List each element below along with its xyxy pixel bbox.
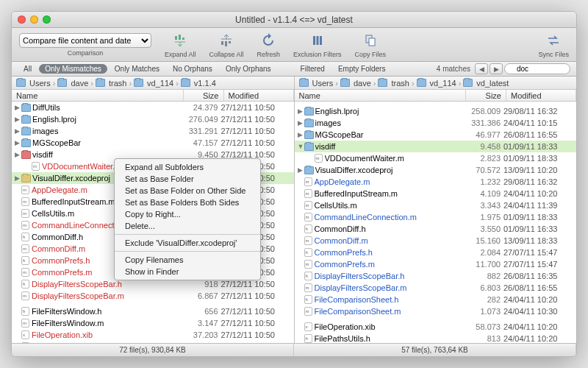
- breadcrumb-segment[interactable]: dave: [340, 79, 371, 88]
- col-modified[interactable]: Modified: [506, 90, 576, 101]
- context-menu-item[interactable]: Exclude 'VisualDiffer.xcodeproj': [115, 237, 260, 249]
- breadcrumb-segment[interactable]: vd_114: [417, 79, 456, 88]
- right-breadcrumb[interactable]: Users›dave›trash›vd_114›vd_latest: [295, 77, 577, 90]
- disclosure-icon[interactable]: ▶: [15, 174, 21, 182]
- file-row[interactable]: CommonPrefs.h2.08427/07/11 15:47: [295, 247, 577, 258]
- disclosure-icon[interactable]: ▶: [298, 107, 304, 115]
- row-modified: 24/04/11 10:15: [503, 118, 573, 127]
- breadcrumb-segment[interactable]: vd_latest: [463, 79, 509, 88]
- copy-files-button[interactable]: Copy Files: [355, 32, 387, 58]
- row-modified: 27/07/11 15:47: [503, 260, 573, 269]
- context-menu-item[interactable]: Set as Base Folder: [115, 173, 260, 185]
- folder-row[interactable]: ▶MGScopeBar46.97726/08/11 16:55: [295, 129, 577, 141]
- file-row[interactable]: DisplayFiltersScopeBar.m6.80326/08/11 16…: [295, 282, 577, 294]
- context-menu-item[interactable]: Show in Finder: [115, 266, 260, 277]
- file-row[interactable]: FileComparisonSheet.h28224/04/11 10:20: [295, 294, 577, 305]
- file-row[interactable]: FileFiltersWindow.h65627/12/11 10:50: [12, 305, 294, 317]
- row-name: CommonDiff.h: [315, 224, 464, 233]
- disclosure-icon[interactable]: ▼: [298, 143, 304, 150]
- file-row[interactable]: CommandLineConnection.m1.97501/09/11 18:…: [295, 211, 577, 223]
- breadcrumb-segment[interactable]: dave: [57, 79, 88, 88]
- col-modified[interactable]: Modified: [224, 90, 294, 101]
- file-row[interactable]: FileComparisonSheet.m1.07324/04/11 10:30: [295, 305, 577, 317]
- filter-only-matches[interactable]: Only Matches: [109, 64, 165, 74]
- file-row[interactable]: CellsUtils.m3.34324/04/11 11:39: [295, 199, 577, 211]
- folder-row[interactable]: ▼visdiff9.45801/09/11 18:33: [295, 141, 577, 152]
- file-row[interactable]: FilePathsUtils.h81324/04/11 10:20: [295, 333, 577, 343]
- disclosure-icon[interactable]: ▶: [15, 139, 21, 146]
- disclosure-icon[interactable]: ▶: [298, 119, 304, 127]
- col-size[interactable]: Size: [184, 90, 224, 101]
- breadcrumb-segment[interactable]: trash: [378, 79, 409, 88]
- filter-empty-folders[interactable]: Empty Folders: [332, 64, 391, 74]
- file-row[interactable]: FilePathsUtils.h1.18327/12/11 10:50: [12, 341, 294, 343]
- file-row[interactable]: CommonDiff.m15.16013/09/11 18:33: [295, 235, 577, 247]
- folder-row[interactable]: ▶images331.29127/12/11 10:50: [12, 125, 294, 137]
- breadcrumb-segment[interactable]: vd_114: [134, 79, 173, 88]
- file-row[interactable]: DisplayFiltersScopeBar.h88226/08/11 16:3…: [295, 270, 577, 282]
- file-row[interactable]: DisplayFiltersScopeBar.m6.86727/12/11 10…: [12, 290, 294, 302]
- disclosure-icon[interactable]: ▶: [15, 151, 21, 158]
- disclosure-icon[interactable]: ▶: [15, 127, 21, 135]
- file-row[interactable]: VDDocumentWaiter.m2.82301/09/11 18:33: [295, 152, 577, 164]
- file-icon: [32, 162, 40, 171]
- row-name: FileFiltersWindow.h: [32, 307, 181, 316]
- folder-row[interactable]: ▶English.lproj258.00929/08/11 16:32: [295, 105, 577, 117]
- sync-files-button[interactable]: Sync Files: [538, 32, 569, 58]
- expand-all-button[interactable]: Expand All: [165, 32, 196, 58]
- context-menu-item[interactable]: Set as Base Folder on Other Side: [115, 185, 260, 197]
- exclusion-filters-button[interactable]: Exclusion Filters: [293, 32, 342, 58]
- file-row[interactable]: CommonDiff.h3.55001/09/11 16:33: [295, 223, 577, 235]
- file-row[interactable]: BufferedInputStream.m4.10924/04/11 10:20: [295, 188, 577, 199]
- row-size: 46.977: [463, 130, 503, 139]
- disclosure-icon[interactable]: ▶: [298, 131, 304, 138]
- row-modified: 01/09/11 18:33: [503, 154, 573, 163]
- breadcrumb-segment[interactable]: v1.1.4: [181, 79, 216, 88]
- file-row[interactable]: AppDelegate.m1.23229/08/11 16:32: [295, 176, 577, 188]
- row-name: DisplayFiltersScopeBar.m: [32, 291, 181, 300]
- breadcrumb-segment[interactable]: trash: [96, 79, 126, 88]
- file-row[interactable]: FileFiltersWindow.m3.14727/12/11 10:50: [12, 317, 294, 329]
- folder-row[interactable]: ▶MGScopeBar47.15727/12/11 10:50: [12, 137, 294, 149]
- col-name[interactable]: Name: [295, 90, 467, 101]
- file-row[interactable]: FileOperation.xib58.07324/04/11 10:20: [295, 321, 577, 333]
- disclosure-icon[interactable]: ▶: [298, 166, 304, 174]
- context-menu-item[interactable]: Copy Filenames: [115, 254, 260, 266]
- row-modified: 27/12/11 10:50: [221, 291, 291, 300]
- disclosure-icon[interactable]: ▶: [15, 104, 21, 111]
- file-row[interactable]: CommonPrefs.m11.70027/07/11 15:47: [295, 258, 577, 270]
- folder-row[interactable]: ▶VisualDiffer.xcodeproj70.57213/09/11 10…: [295, 164, 577, 176]
- file-icon: [21, 268, 29, 277]
- folder-icon: [21, 174, 31, 183]
- nav-next-button[interactable]: ▶: [490, 63, 503, 74]
- filter-all[interactable]: All: [18, 64, 37, 74]
- filter-only-mismatches[interactable]: Only Mismatches: [39, 64, 107, 74]
- context-menu-item[interactable]: Delete...: [115, 220, 260, 232]
- copy-files-icon: [362, 32, 379, 49]
- row-size: 3.550: [463, 224, 503, 233]
- comparison-select[interactable]: Compare file content and date: [19, 33, 151, 48]
- folder-row[interactable]: ▶DiffUtils24.37927/12/11 10:50: [12, 102, 294, 113]
- left-breadcrumb[interactable]: Users›dave›trash›vd_114›v1.1.4: [12, 77, 294, 90]
- col-size[interactable]: Size: [466, 90, 506, 101]
- col-name[interactable]: Name: [12, 90, 184, 101]
- search-input[interactable]: [504, 63, 570, 74]
- refresh-button[interactable]: Refresh: [257, 32, 281, 58]
- filter-only-orphans[interactable]: Only Orphans: [220, 64, 277, 74]
- filter-filtered[interactable]: Filtered: [295, 64, 331, 74]
- file-icon: [304, 201, 312, 210]
- file-icon: [21, 221, 29, 230]
- file-row[interactable]: FileOperation.xib37.20327/12/11 10:50: [12, 329, 294, 341]
- context-menu-item[interactable]: Expand all Subfolders: [115, 161, 260, 173]
- disclosure-icon[interactable]: ▶: [15, 116, 21, 123]
- breadcrumb-segment[interactable]: Users: [299, 79, 334, 88]
- filter-no-orphans[interactable]: No Orphans: [167, 64, 218, 74]
- breadcrumb-segment[interactable]: Users: [16, 79, 51, 88]
- folder-row[interactable]: ▶English.lproj276.04927/12/11 10:50: [12, 113, 294, 125]
- nav-prev-button[interactable]: ◀: [475, 63, 488, 74]
- context-menu-item[interactable]: Copy to Right...: [115, 208, 260, 220]
- folder-row[interactable]: ▶images331.38624/04/11 10:15: [295, 117, 577, 129]
- expand-all-icon: [171, 32, 189, 49]
- context-menu-item[interactable]: Set as Base Folders Both Sides: [115, 197, 260, 208]
- collapse-all-button[interactable]: Collapse All: [209, 32, 244, 58]
